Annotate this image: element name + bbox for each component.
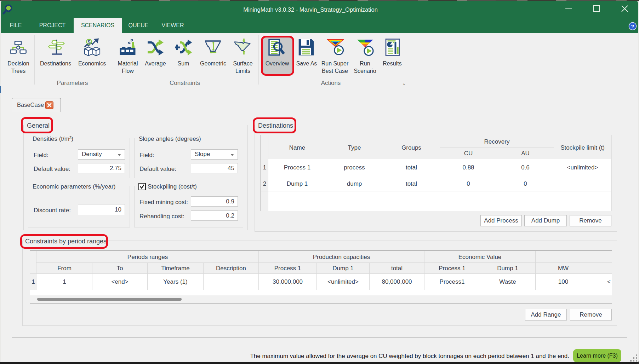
svg-text:$: $ <box>88 39 91 45</box>
svg-text:?: ? <box>631 23 634 29</box>
